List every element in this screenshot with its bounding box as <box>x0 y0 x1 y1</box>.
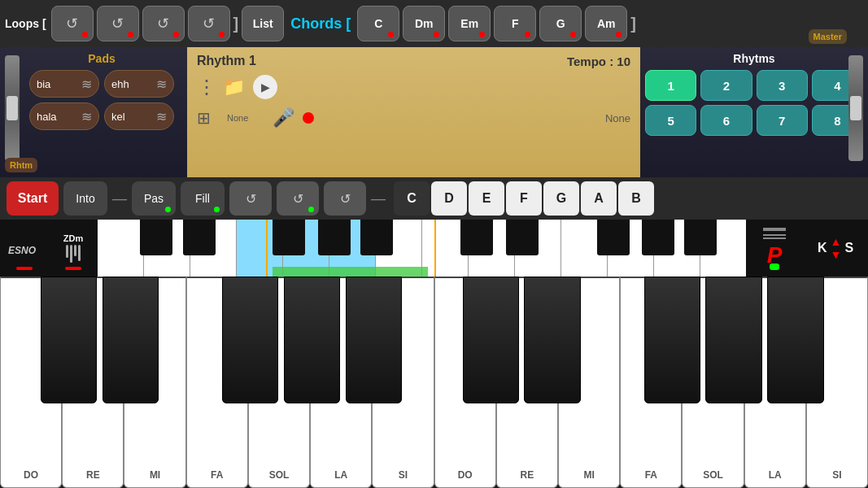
k-arrows[interactable]: ▲ ▼ <box>831 235 842 261</box>
chord-btn-Am[interactable]: Am <box>585 6 627 41</box>
black-key-6[interactable] <box>463 277 519 403</box>
p-green-dot <box>770 264 779 270</box>
rhythms-title: Rhytms <box>645 52 863 65</box>
chord-F-dot <box>525 32 530 37</box>
loop-btn-2[interactable]: ↺ <box>97 6 139 41</box>
note-buttons: C D E F G A B <box>394 181 654 216</box>
chord-Am-dot <box>616 32 622 37</box>
chord-C-dot <box>388 32 394 37</box>
pas-dot <box>165 207 171 212</box>
key-DO-2-label: DO <box>458 469 473 481</box>
loop-ctrl-2[interactable]: ↺ <box>277 181 319 216</box>
rhythm-1[interactable]: 1 <box>645 70 696 101</box>
mini-key-11[interactable] <box>561 220 608 277</box>
mini-key-14[interactable] <box>700 220 746 277</box>
black-key-9[interactable] <box>705 277 761 403</box>
black-key-8[interactable] <box>644 277 700 403</box>
black-key-10[interactable] <box>767 277 823 403</box>
note-btn-E[interactable]: E <box>469 181 504 216</box>
mixer-icon[interactable]: ⊞ <box>197 108 211 128</box>
loops-close-bracket: ] <box>233 15 239 33</box>
black-key-5[interactable] <box>346 277 402 403</box>
rhythm-3[interactable]: 3 <box>757 70 808 101</box>
note-btn-D[interactable]: D <box>431 181 467 216</box>
chord-btn-Dm[interactable]: Dm <box>403 6 445 41</box>
mini-key-8[interactable] <box>422 220 469 277</box>
pad-kel[interactable]: kel ≋ <box>104 102 174 130</box>
pads-grid: bia ≋ ehh ≋ hala ≋ kel ≋ <box>29 70 174 130</box>
p-icon-section[interactable]: P <box>746 220 803 277</box>
pad-bia-wave: ≋ <box>81 76 92 92</box>
black-key-3[interactable] <box>222 277 278 403</box>
pas-label: Pas <box>144 192 164 205</box>
key-FA-2-label: FA <box>645 469 657 481</box>
black-key-2[interactable] <box>103 277 159 403</box>
mini-key-2[interactable] <box>144 220 190 277</box>
middle-section: Pads bia ≋ ehh ≋ hala ≋ kel ≋ Rhtm Rhyth… <box>0 47 868 177</box>
zoom-waves <box>66 245 81 263</box>
chord-btn-C[interactable]: C <box>357 6 399 41</box>
fill-button[interactable]: Fill <box>181 181 225 216</box>
loop2-dot <box>128 32 133 37</box>
key-FA-1-label: FA <box>211 469 223 481</box>
loop-btn-4[interactable]: ↺ <box>188 6 230 41</box>
note-btn-C[interactable]: C <box>394 181 430 216</box>
master-button[interactable]: Master <box>809 29 847 44</box>
chords-label: Chords [ <box>290 15 351 33</box>
loop-ctrl-3[interactable]: ↺ <box>324 181 366 216</box>
rhtm-button[interactable]: Rhtm <box>5 158 37 172</box>
mini-key-13[interactable] <box>654 220 700 277</box>
mini-key-1[interactable] <box>98 220 144 277</box>
mic-icon[interactable]: 🎤 <box>273 107 294 129</box>
black-key-4[interactable] <box>284 277 340 403</box>
chord-btn-G[interactable]: G <box>539 6 582 41</box>
left-slider[interactable] <box>5 55 20 161</box>
black-key-7[interactable] <box>524 277 580 403</box>
rhythm-6[interactable]: 6 <box>700 105 752 136</box>
rhythms-panel: Rhytms 1 2 3 4 5 6 7 8 <box>640 47 868 177</box>
rhythm-7[interactable]: 7 <box>757 105 808 136</box>
green-highlight-bar <box>273 267 428 277</box>
folder-icon[interactable]: 📁 <box>223 76 245 98</box>
chord-btn-Em[interactable]: Em <box>448 6 491 41</box>
rhythm-title: Rhythm 1 <box>197 54 256 68</box>
pad-kel-label: kel <box>111 111 125 123</box>
note-btn-B[interactable]: B <box>618 181 654 216</box>
chords-close-bracket: ] <box>630 15 636 33</box>
rhythm-5[interactable]: 5 <box>645 105 696 136</box>
rhythm-2[interactable]: 2 <box>700 70 752 101</box>
pad-kel-wave: ≋ <box>156 109 167 124</box>
zoom-control[interactable]: ZDm <box>49 220 98 277</box>
pad-ehh-wave: ≋ <box>156 76 167 92</box>
key-SOL-1-label: SOL <box>269 469 290 481</box>
note-btn-A[interactable]: A <box>581 181 617 216</box>
pad-hala[interactable]: hala ≋ <box>29 102 99 130</box>
list-button[interactable]: List <box>242 6 284 41</box>
s-label: S <box>844 241 853 255</box>
right-slider[interactable] <box>848 55 863 161</box>
black-key-1[interactable] <box>41 277 97 403</box>
mini-key-10[interactable] <box>515 220 561 277</box>
mini-piano-keyboard[interactable] <box>98 220 746 277</box>
note-btn-F[interactable]: F <box>506 181 542 216</box>
pad-ehh[interactable]: ehh ≋ <box>104 70 174 98</box>
pads-panel: Pads bia ≋ ehh ≋ hala ≋ kel ≋ Rhtm <box>0 47 187 177</box>
pas-button[interactable]: Pas <box>132 181 176 216</box>
esno-logo: ESNO <box>0 220 49 277</box>
loop-btn-3[interactable]: ↺ <box>142 6 185 41</box>
piano-keys-container: DO RE MI FA SOL LA SI DO RE MI FA SOL LA… <box>0 277 868 488</box>
loop-btn-1[interactable]: ↺ <box>51 6 94 41</box>
chord-btn-F[interactable]: F <box>494 6 536 41</box>
orange-marker-left <box>266 220 268 277</box>
pad-bia[interactable]: bia ≋ <box>29 70 99 98</box>
none-right-label: None <box>605 112 630 124</box>
into-button[interactable]: Into <box>63 181 107 216</box>
note-btn-G[interactable]: G <box>543 181 579 216</box>
mini-key-12[interactable] <box>608 220 654 277</box>
start-button[interactable]: Start <box>7 181 59 216</box>
play-button[interactable]: ▶ <box>253 75 277 99</box>
mini-key-3[interactable] <box>190 220 237 277</box>
loop-ctrl-1[interactable]: ↺ <box>229 181 272 216</box>
mini-key-9[interactable] <box>469 220 515 277</box>
loop3-dot <box>173 32 179 37</box>
